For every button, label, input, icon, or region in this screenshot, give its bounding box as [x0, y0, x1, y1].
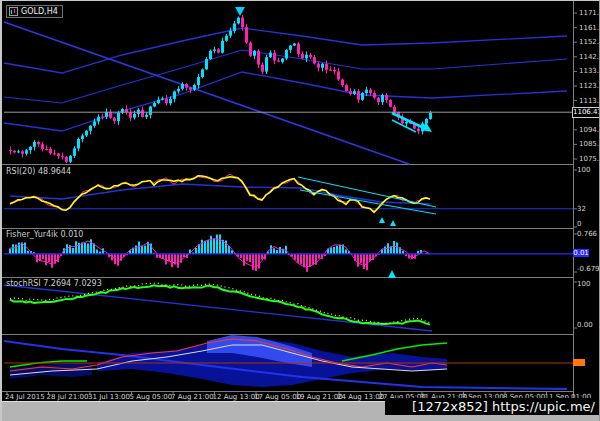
price-label: 1142.90: [579, 53, 600, 61]
watermark-text: [1272x852] https://upic.me/: [412, 399, 595, 414]
price-label: 1152.40: [579, 38, 600, 46]
fisher-scale-bottom: -0.679: [577, 265, 600, 273]
fisher-scale-top: 0.766: [577, 230, 597, 238]
price-label: 1113.90: [579, 97, 600, 105]
price-label: 1161.90: [579, 24, 600, 32]
time-label: 24 Aug 13:00: [337, 393, 384, 401]
rsi-scale-top: 100: [577, 166, 590, 174]
time-label: 7 Aug 21:00: [171, 393, 214, 401]
mt4-chart-window: GOLD,H4 RSI(20) 48.9644 Fisher_Yur4ik 0.…: [0, 0, 600, 421]
price-label: 1133.35: [579, 67, 600, 75]
time-label: 12 Aug 13:00: [213, 393, 260, 401]
current-price-marker: 1106.43: [572, 107, 600, 118]
time-label: 17 Aug 05:00: [254, 393, 301, 401]
bottom-indicator-price-marker: [573, 359, 585, 366]
chart-canvas[interactable]: [2, 1, 600, 401]
stoch-scale-bottom: 0.00: [577, 321, 593, 329]
chart-title-box[interactable]: GOLD,H4: [6, 5, 63, 18]
rsi-scale-mid: 32: [577, 205, 586, 213]
stoch-scale-top: 100: [577, 280, 590, 288]
time-label: 5 Aug 05:00: [130, 393, 173, 401]
rsi-scale-bottom: 0: [577, 220, 581, 228]
time-label: 28 Jul 21:00: [47, 393, 89, 401]
price-label: 1085.15: [579, 140, 600, 148]
watermark: [1272x852] https://upic.me/: [385, 398, 599, 415]
stochrsi-indicator-label: stochRSI 7.2694 7.0293: [6, 279, 102, 288]
fisher-value-marker: 0.01: [573, 249, 589, 257]
price-label: 1123.65: [579, 82, 600, 90]
price-label: 1094.90: [579, 126, 600, 134]
time-label: 19 Aug 21:00: [296, 393, 343, 401]
time-label: 31 Jul 13:00: [88, 393, 130, 401]
symbol-period-label: GOLD,H4: [21, 7, 58, 16]
chart-icon: [9, 7, 18, 16]
price-label: 1171.65: [579, 9, 600, 17]
time-label: 24 Jul 2015: [5, 393, 45, 401]
price-label: 1075.65: [579, 155, 600, 163]
fisher-indicator-label: Fisher_Yur4ik 0.010: [6, 230, 83, 239]
rsi-indicator-label: RSI(20) 48.9644: [6, 167, 71, 176]
